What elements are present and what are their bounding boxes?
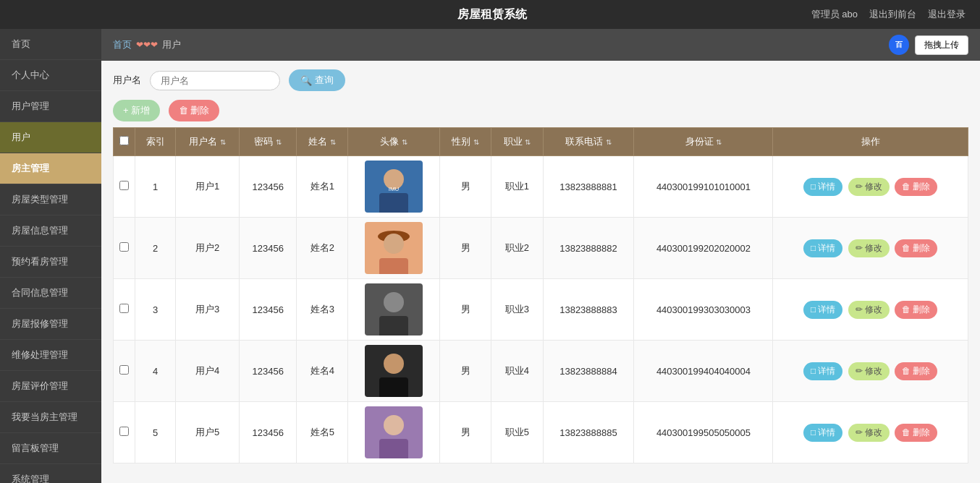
delete-row-button[interactable]: 🗑 删除 — [895, 239, 937, 257]
row-username: 用户1 — [176, 156, 240, 218]
del-icon: 🗑 — [902, 181, 911, 192]
row-username: 用户2 — [176, 218, 240, 279]
row-password: 123456 — [240, 402, 297, 463]
upload-button[interactable]: 拖拽上传 — [915, 35, 968, 55]
header-idcard[interactable]: 身份证 ⇅ — [634, 128, 773, 156]
detail-button[interactable]: □ 详情 — [803, 362, 842, 380]
sidebar-item-house-info[interactable]: 房屋信息管理 — [0, 215, 101, 247]
bulk-delete-button[interactable]: 🗑 删除 — [169, 100, 220, 121]
row-avatar: IMU — [348, 156, 440, 218]
svg-point-15 — [384, 415, 404, 435]
sidebar-item-house-type[interactable]: 房屋类型管理 — [0, 184, 101, 215]
row-idcard: 440300199303030003 — [634, 279, 773, 341]
detail-button[interactable]: □ 详情 — [803, 301, 842, 319]
svg-point-12 — [384, 354, 404, 374]
row-index: 2 — [135, 218, 176, 279]
header-gender[interactable]: 性别 ⇅ — [439, 128, 491, 156]
header-checkbox-col — [114, 128, 135, 156]
header-avatar[interactable]: 头像 ⇅ — [348, 128, 440, 156]
sidebar-item-repair-handle[interactable]: 维修处理管理 — [0, 340, 101, 371]
svg-rect-10 — [379, 316, 408, 335]
avatar-box — [365, 283, 423, 335]
svg-rect-7 — [379, 258, 408, 274]
svg-point-9 — [384, 292, 404, 312]
sidebar-item-landlord[interactable]: 房主管理 — [0, 153, 101, 184]
table-row: 5 用户5 123456 姓名5 男 职业5 13823888885 44030… — [114, 402, 968, 463]
edit-button[interactable]: ✏ 修改 — [848, 178, 890, 196]
row-username: 用户4 — [176, 341, 240, 402]
header-phone[interactable]: 联系电话 ⇅ — [543, 128, 634, 156]
nav-links: 管理员 abo 退出到前台 退出登录 — [811, 8, 966, 21]
sidebar-item-message[interactable]: 留言板管理 — [0, 433, 101, 464]
row-select-checkbox[interactable] — [119, 181, 129, 190]
header-password[interactable]: 密码 ⇅ — [240, 128, 297, 156]
row-name: 姓名3 — [297, 279, 348, 341]
search-label: 用户名 — [113, 74, 141, 87]
edit-button[interactable]: ✏ 修改 — [848, 362, 890, 380]
detail-button[interactable]: □ 详情 — [803, 424, 842, 442]
breadcrumb-home[interactable]: 首页 — [113, 38, 132, 51]
row-phone: 13823888884 — [543, 341, 634, 402]
detail-icon: □ — [811, 243, 816, 253]
sidebar-item-profile[interactable]: 个人中心 — [0, 60, 101, 91]
add-button[interactable]: + 新增 — [113, 100, 160, 121]
row-phone: 13823888881 — [543, 156, 634, 218]
row-idcard: 440300199505050005 — [634, 402, 773, 463]
table-container: 索引 用户名 ⇅ 密码 ⇅ 姓名 ⇅ 头像 ⇅ 性别 ⇅ 职业 ⇅ 联系电话 ⇅… — [101, 127, 980, 483]
delete-row-button[interactable]: 🗑 删除 — [895, 424, 937, 442]
edit-button[interactable]: ✏ 修改 — [848, 239, 890, 257]
delete-row-button[interactable]: 🗑 删除 — [895, 362, 937, 380]
sidebar-item-become-landlord[interactable]: 我要当房主管理 — [0, 402, 101, 433]
search-input[interactable] — [150, 71, 280, 90]
row-avatar — [348, 218, 440, 279]
row-name: 姓名4 — [297, 341, 348, 402]
row-gender: 男 — [439, 156, 491, 218]
detail-button[interactable]: □ 详情 — [803, 178, 842, 196]
row-select-checkbox[interactable] — [119, 242, 129, 252]
logout-link[interactable]: 退出登录 — [928, 8, 966, 21]
sidebar-item-reservation[interactable]: 预约看房管理 — [0, 247, 101, 278]
avatar-box — [365, 222, 423, 274]
row-checkbox — [114, 218, 135, 279]
edit-button[interactable]: ✏ 修改 — [848, 301, 890, 319]
detail-icon: □ — [811, 181, 816, 192]
search-button[interactable]: 🔍 查询 — [289, 69, 345, 91]
delete-row-button[interactable]: 🗑 删除 — [895, 301, 937, 319]
edit-button[interactable]: ✏ 修改 — [848, 424, 890, 442]
delete-row-button[interactable]: 🗑 删除 — [895, 178, 937, 196]
sidebar-item-repair[interactable]: 房屋报修管理 — [0, 309, 101, 340]
row-phone: 13823888883 — [543, 279, 634, 341]
header-occupation[interactable]: 职业 ⇅ — [491, 128, 543, 156]
svg-rect-2 — [379, 193, 408, 213]
sidebar-item-home[interactable]: 首页 — [0, 29, 101, 60]
sidebar-item-system[interactable]: 系统管理 — [0, 464, 101, 483]
sidebar-item-review[interactable]: 房屋评价管理 — [0, 371, 101, 402]
table-row: 2 用户2 123456 姓名2 男 职业2 13823888882 44030… — [114, 218, 968, 279]
row-checkbox — [114, 402, 135, 463]
top-header: 房屋租赁系统 管理员 abo 退出到前台 退出登录 — [0, 0, 980, 29]
row-avatar — [348, 402, 440, 463]
row-index: 5 — [135, 402, 176, 463]
row-idcard: 440300199202020002 — [634, 218, 773, 279]
select-all-checkbox[interactable] — [119, 136, 129, 145]
row-username: 用户5 — [176, 402, 240, 463]
row-gender: 男 — [439, 218, 491, 279]
edit-icon: ✏ — [856, 243, 863, 253]
header-name[interactable]: 姓名 ⇅ — [297, 128, 348, 156]
row-occupation: 职业3 — [491, 279, 543, 341]
sidebar-item-user[interactable]: 用户 — [0, 122, 101, 153]
admin-label: 管理员 abo — [811, 8, 858, 21]
edit-icon: ✏ — [856, 304, 863, 315]
sidebar-item-user-mgmt[interactable]: 用户管理 — [0, 91, 101, 122]
row-occupation: 职业4 — [491, 341, 543, 402]
back-to-front-link[interactable]: 退出到前台 — [869, 8, 916, 21]
row-select-checkbox[interactable] — [119, 304, 129, 313]
row-select-checkbox[interactable] — [119, 365, 129, 375]
row-select-checkbox[interactable] — [119, 427, 129, 436]
detail-button[interactable]: □ 详情 — [803, 239, 842, 257]
svg-rect-16 — [379, 439, 408, 458]
baidu-icon: 百 — [889, 35, 909, 55]
sidebar-item-contract[interactable]: 合同信息管理 — [0, 278, 101, 309]
header-username[interactable]: 用户名 ⇅ — [176, 128, 240, 156]
table-row: 3 用户3 123456 姓名3 男 职业3 13823888883 44030… — [114, 279, 968, 341]
